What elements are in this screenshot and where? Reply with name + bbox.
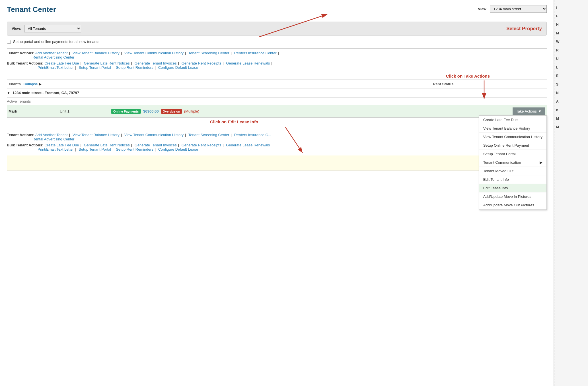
collapse-link[interactable]: Collapse — [24, 82, 38, 86]
action-tenant-screening[interactable]: Tenant Screening Center — [188, 51, 229, 55]
take-actions-dropdown: Create Late Fee Due View Tenant Balance … — [479, 115, 547, 210]
view-bar-label: View: — [12, 26, 21, 31]
bulk-generate-renewals[interactable]: Generate Lease Renewals — [226, 61, 270, 65]
take-actions-button[interactable]: Take Actions ▼ — [513, 107, 545, 115]
sidebar-letter-e1: E — [556, 14, 586, 18]
dropdown-item-view-balance[interactable]: View Tenant Balance History — [479, 124, 546, 133]
bulk-actions-label: Bulk Tenant Actions: — [7, 61, 44, 65]
dropdown-item-move-in-pics[interactable]: Add/Update Move In Pictures — [479, 192, 546, 201]
sidebar-letter-f: f — [556, 6, 586, 10]
select-property-annotation: Select Property — [506, 26, 542, 32]
sidebar-letter-m2: M — [556, 117, 586, 121]
sidebar-letter-m3: M — [556, 125, 586, 129]
dropdown-item-setup-online[interactable]: Setup Online Rent Payment — [479, 141, 546, 150]
tenant-name: Mark — [9, 109, 60, 113]
top-view-select[interactable]: 1234 main street. — [490, 5, 547, 13]
bulk-setup-portal[interactable]: Setup Tenant Portal — [79, 65, 111, 70]
dropdown-item-move-out-pics[interactable]: Add/Update Move Out Pictures — [479, 201, 546, 209]
sidebar-letter-h: H — [556, 23, 586, 27]
tenant-unit: Unit 1 — [60, 109, 111, 113]
bulk2-configure-lease[interactable]: Configure Default Lease — [158, 147, 198, 152]
bulk-create-late-fee[interactable]: Create Late Fee Due — [44, 61, 79, 65]
dropdown-item-create-late-fee[interactable]: Create Late Fee Due — [479, 116, 546, 124]
dropdown-item-tenant-comm[interactable]: Tenant Communication▶ — [479, 158, 546, 167]
yellow-action-row: Go — [7, 155, 547, 171]
sidebar-letter-l: L — [556, 65, 586, 69]
bulk2-generate-receipts[interactable]: Generate Rent Receipts — [182, 143, 221, 147]
sidebar-letter-m1: M — [556, 31, 586, 35]
bulk2-generate-invoices[interactable]: Generate Tenant Invoices — [135, 143, 177, 147]
property-name: 1234 main street., Fremont, CA, 79797 — [13, 91, 79, 95]
rent-status-col-header: Rent Status — [433, 82, 453, 86]
bulk-print-letter[interactable]: Print/Email/Text Letter — [38, 65, 74, 70]
tenant-actions-label-2: Tenant Actions: — [7, 133, 34, 137]
action2-comm-history[interactable]: View Tenant Communication History — [124, 133, 184, 137]
tenant-actions-label: Tenant Actions: — [7, 51, 34, 55]
dropdown-item-edit-lease[interactable]: Edit Lease Info — [479, 184, 546, 192]
overdue-badge: Overdue on — [161, 109, 182, 114]
action2-balance-history[interactable]: View Tenant Balance History — [73, 133, 120, 137]
dropdown-item-edit-tenant[interactable]: Edit Tenant Info — [479, 175, 546, 184]
multiple-text: (Multiple) — [184, 109, 199, 113]
action-renters-insurance[interactable]: Renters Insurance Center — [234, 51, 277, 55]
bulk2-rent-reminders[interactable]: Setup Rent Reminders — [116, 147, 153, 152]
sidebar-letter-s: S — [556, 82, 586, 86]
dropdown-item-moved-out[interactable]: Tenant Moved Out — [479, 167, 546, 175]
sidebar-letter-a: A — [556, 99, 586, 103]
click-edit-lease-annotation: Click on Edit Lease Info — [210, 119, 258, 124]
bulk-generate-receipts[interactable]: Generate Rent Receipts — [182, 61, 221, 65]
bulk2-create-late-fee[interactable]: Create Late Fee Due — [44, 143, 79, 147]
dropdown-item-view-comm[interactable]: View Tenant Communication History — [479, 133, 546, 141]
sidebar-letter-n1: N — [556, 91, 586, 95]
bulk-rent-reminders[interactable]: Setup Rent Reminders — [116, 65, 153, 70]
action-view-balance-history[interactable]: View Tenant Balance History — [73, 51, 120, 55]
page-title: Tenant Center — [7, 5, 56, 14]
action2-add-another[interactable]: Add Another Tenant — [35, 133, 68, 137]
bulk2-generate-late-rent[interactable]: Generate Late Rent Notices — [84, 143, 130, 147]
sidebar-letter-n2: n — [556, 108, 586, 112]
online-payments-badge: Online Payments — [111, 109, 141, 114]
collapse-arrow: ▶ — [39, 82, 41, 86]
bulk-configure-lease[interactable]: Configure Default Lease — [158, 65, 198, 70]
bulk2-print-letter[interactable]: Print/Email/Text Letter — [38, 147, 74, 152]
bulk-actions-label-2: Bulk Tenant Actions: — [7, 143, 44, 147]
tenants-col-header: Tenants — [7, 82, 21, 86]
click-take-actions-annotation: Click on Take Actions — [446, 74, 490, 78]
top-view-label: View: — [478, 7, 488, 11]
sidebar-letter-w: W — [556, 40, 586, 44]
bulk2-generate-renewals[interactable]: Generate Lease Renewals — [226, 143, 270, 147]
sidebar-letter-e2: E — [556, 74, 586, 78]
action2-renters-insurance[interactable]: Renters Insurance C... — [234, 133, 271, 137]
sidebar-letter-r: R — [556, 48, 586, 52]
bulk-generate-late-rent[interactable]: Generate Late Rent Notices — [84, 61, 130, 65]
property-arrow: ▼ — [7, 91, 10, 95]
bulk-generate-invoices[interactable]: Generate Tenant Invoices — [135, 61, 177, 65]
action-view-comm-history[interactable]: View Tenant Communication History — [124, 51, 184, 55]
action-add-another-tenant[interactable]: Add Another Tenant — [35, 51, 68, 55]
tenant-amount: $6300.00 — [143, 109, 159, 113]
action2-rental-advertising[interactable]: Rental Advertising Center — [32, 137, 74, 141]
dropdown-arrow-icon: ▼ — [538, 109, 542, 113]
portal-payments-label: Setup portal and online payments for all… — [13, 40, 99, 44]
sidebar-letter-u: U — [556, 57, 586, 61]
bulk2-setup-portal[interactable]: Setup Tenant Portal — [79, 147, 111, 152]
action2-screening[interactable]: Tenant Screening Center — [188, 133, 229, 137]
right-sidebar: f E H M W R U L E S N A n M M — [554, 0, 588, 386]
portal-payments-checkbox[interactable] — [7, 40, 11, 44]
action-rental-advertising[interactable]: Rental Advertising Center — [32, 55, 74, 59]
active-tenants-label: Active Tenants — [7, 97, 547, 105]
dropdown-item-setup-portal[interactable]: Setup Tenant Portal — [479, 150, 546, 158]
view-bar-select[interactable]: All Tenants — [24, 25, 81, 32]
